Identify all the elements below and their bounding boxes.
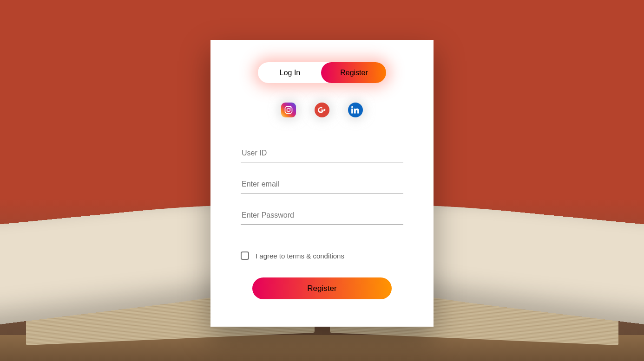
- svg-rect-0: [285, 107, 292, 114]
- linkedin-icon[interactable]: [348, 103, 363, 117]
- auth-toggle: Log In Register: [258, 62, 386, 83]
- social-row: [281, 103, 363, 117]
- tab-login[interactable]: Log In: [258, 69, 322, 77]
- svg-point-2: [290, 108, 291, 109]
- terms-label: I agree to terms & conditions: [256, 252, 344, 260]
- password-input[interactable]: [241, 206, 403, 225]
- googleplus-icon[interactable]: [315, 103, 329, 117]
- form-fields: [241, 144, 403, 225]
- terms-row: I agree to terms & conditions: [241, 251, 403, 260]
- svg-point-1: [287, 109, 290, 112]
- auth-card: Log In Register I agree to terms & condi…: [210, 40, 434, 327]
- tab-register[interactable]: Register: [322, 69, 386, 77]
- instagram-icon[interactable]: [281, 103, 296, 117]
- terms-checkbox[interactable]: [241, 251, 249, 260]
- userid-input[interactable]: [241, 144, 403, 162]
- register-button[interactable]: Register: [252, 277, 392, 299]
- email-input[interactable]: [241, 175, 403, 193]
